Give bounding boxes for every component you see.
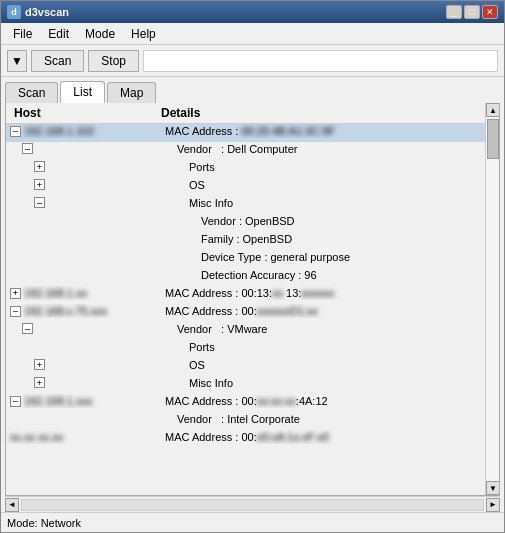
- host-cell: + 192.168.1.xx: [6, 286, 161, 300]
- app-icon: d: [7, 5, 21, 19]
- host-cell: – 192.168.x.75.xxx: [6, 304, 161, 318]
- toolbar: ▼ Scan Stop: [1, 45, 504, 77]
- stop-button[interactable]: Stop: [88, 50, 139, 72]
- expander-icon[interactable]: –: [10, 396, 21, 407]
- window-title: d3vscan: [25, 6, 69, 18]
- host-cell: xx.xx xx.xx: [6, 430, 161, 444]
- details-cell: Ports: [185, 340, 485, 354]
- host-cell: – 192.168.1.xxx: [6, 394, 161, 408]
- host-cell: +: [30, 160, 185, 173]
- table-row[interactable]: – Vendor : Dell Computer: [6, 142, 485, 160]
- details-cell: Detection Accuracy : 96: [197, 268, 485, 282]
- scroll-up-button[interactable]: ▲: [486, 103, 500, 117]
- table-area: Host Details – 192.168.1.102 MAC Address…: [6, 103, 485, 495]
- table-row[interactable]: Device Type : general purpose: [6, 250, 485, 268]
- tab-scan[interactable]: Scan: [5, 82, 58, 103]
- host-cell: – 192.168.1.102: [6, 124, 161, 138]
- table-row[interactable]: Vendor : OpenBSD: [6, 214, 485, 232]
- expander-icon[interactable]: –: [10, 126, 21, 137]
- details-cell: Ports: [185, 160, 485, 174]
- content-wrapper: Host Details – 192.168.1.102 MAC Address…: [5, 103, 500, 496]
- table-row[interactable]: + Misc Info: [6, 376, 485, 394]
- expander-icon[interactable]: +: [34, 359, 45, 370]
- dropdown-button[interactable]: ▼: [7, 50, 27, 72]
- host-cell: [42, 250, 197, 252]
- host-cell: –: [18, 322, 173, 335]
- horizontal-scroll-area: ◄ ►: [5, 496, 500, 512]
- details-cell: MAC Address : 00:25:4B:A1:3C:9F: [161, 124, 485, 138]
- details-cell: MAC Address : 00:xx:xx:xx:4A:12: [161, 394, 485, 408]
- tab-map[interactable]: Map: [107, 82, 156, 103]
- title-bar-left: d d3vscan: [7, 5, 69, 19]
- host-address: 192.168.1.xxx: [24, 395, 93, 407]
- table-row[interactable]: Detection Accuracy : 96: [6, 268, 485, 286]
- details-cell: Vendor : OpenBSD: [197, 214, 485, 228]
- host-address: 192.168.1.102: [24, 125, 94, 137]
- hscroll-track[interactable]: [21, 499, 484, 511]
- scan-button[interactable]: Scan: [31, 50, 84, 72]
- table-row[interactable]: xx.xx xx.xx MAC Address : 00:x0:xA:1x:xF…: [6, 430, 485, 448]
- close-button[interactable]: ✕: [482, 5, 498, 19]
- host-cell: [42, 214, 197, 216]
- expander-icon[interactable]: –: [34, 197, 45, 208]
- expander-icon[interactable]: +: [34, 377, 45, 388]
- details-cell: Family : OpenBSD: [197, 232, 485, 246]
- expander-icon[interactable]: +: [34, 179, 45, 190]
- tab-bar: Scan List Map: [1, 77, 504, 103]
- expander-icon[interactable]: +: [10, 288, 21, 299]
- details-cell: Device Type : general purpose: [197, 250, 485, 264]
- scroll-thumb[interactable]: [487, 119, 499, 159]
- table-row[interactable]: Family : OpenBSD: [6, 232, 485, 250]
- maximize-button[interactable]: □: [464, 5, 480, 19]
- tab-list[interactable]: List: [60, 81, 105, 103]
- details-cell: Misc Info: [185, 196, 485, 210]
- table-row[interactable]: – 192.168.x.75.xxx MAC Address : 00:xxxx…: [6, 304, 485, 322]
- host-cell: +: [30, 376, 185, 389]
- host-cell: –: [30, 196, 185, 209]
- host-cell: –: [18, 142, 173, 155]
- host-cell: [42, 232, 197, 234]
- table-body[interactable]: – 192.168.1.102 MAC Address : 00:25:4B:A…: [6, 124, 485, 495]
- table-row[interactable]: – Misc Info: [6, 196, 485, 214]
- details-cell: OS: [185, 358, 485, 372]
- table-row[interactable]: – 192.168.1.xxx MAC Address : 00:xx:xx:x…: [6, 394, 485, 412]
- details-cell: Vendor : VMware: [173, 322, 485, 336]
- col-host-header: Host: [6, 106, 161, 120]
- table-row[interactable]: + Ports: [6, 160, 485, 178]
- table-row[interactable]: + 192.168.1.xx MAC Address : 00:13:xx 13…: [6, 286, 485, 304]
- scroll-track[interactable]: [486, 117, 499, 481]
- menu-file[interactable]: File: [5, 25, 40, 43]
- scroll-down-button[interactable]: ▼: [486, 481, 500, 495]
- main-window: d d3vscan _ □ ✕ File Edit Mode Help ▼ Sc…: [0, 0, 505, 533]
- table-row[interactable]: – Vendor : VMware: [6, 322, 485, 340]
- menu-help[interactable]: Help: [123, 25, 164, 43]
- toolbar-spacer: [143, 50, 498, 72]
- expander-icon[interactable]: –: [22, 143, 33, 154]
- table-row[interactable]: – 192.168.1.102 MAC Address : 00:25:4B:A…: [6, 124, 485, 142]
- host-cell: +: [30, 178, 185, 191]
- expander-icon[interactable]: –: [10, 306, 21, 317]
- menu-edit[interactable]: Edit: [40, 25, 77, 43]
- menu-mode[interactable]: Mode: [77, 25, 123, 43]
- vertical-scrollbar[interactable]: ▲ ▼: [485, 103, 499, 495]
- scroll-right-button[interactable]: ►: [486, 498, 500, 512]
- details-cell: MAC Address : 00:xxxxxxD1:xx: [161, 304, 485, 318]
- table-row[interactable]: Vendor : Intel Corporate: [6, 412, 485, 430]
- details-cell: MAC Address : 00:13:xx 13:xxxxxx: [161, 286, 485, 300]
- details-cell: Vendor : Intel Corporate: [173, 412, 485, 426]
- host-address: 192.168.1.xx: [24, 287, 87, 299]
- title-buttons: _ □ ✕: [446, 5, 498, 19]
- host-cell: [30, 340, 185, 342]
- minimize-button[interactable]: _: [446, 5, 462, 19]
- expander-icon[interactable]: –: [22, 323, 33, 334]
- table-row[interactable]: + OS: [6, 178, 485, 196]
- status-text: Mode: Network: [7, 517, 81, 529]
- scroll-left-button[interactable]: ◄: [5, 498, 19, 512]
- menu-bar: File Edit Mode Help: [1, 23, 504, 45]
- table-row[interactable]: Ports: [6, 340, 485, 358]
- host-cell: +: [30, 358, 185, 371]
- expander-icon[interactable]: +: [34, 161, 45, 172]
- dropdown-arrow: ▼: [11, 54, 23, 68]
- details-cell: Vendor : Dell Computer: [173, 142, 485, 156]
- table-row[interactable]: + OS: [6, 358, 485, 376]
